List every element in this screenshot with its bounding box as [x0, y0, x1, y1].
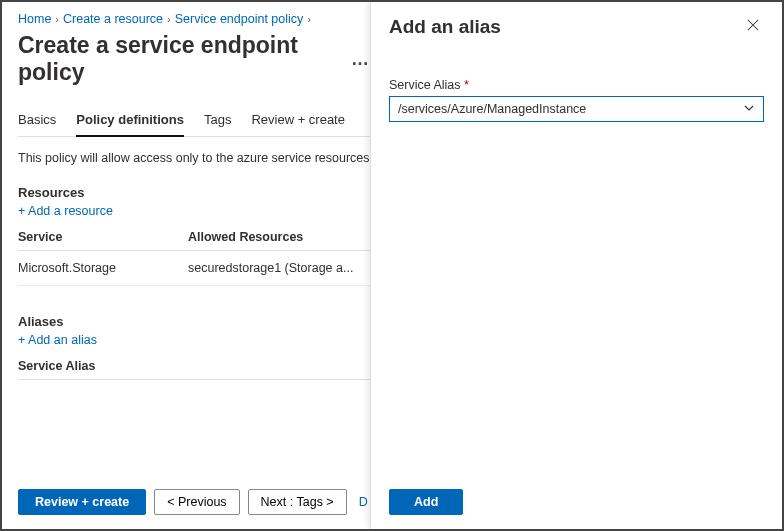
- resources-heading: Resources: [18, 185, 370, 200]
- next-button[interactable]: Next : Tags >: [248, 489, 347, 515]
- tabs: Basics Policy definitions Tags Review + …: [18, 112, 370, 137]
- resources-table: Service Allowed Resources Microsoft.Stor…: [18, 224, 370, 286]
- aliases-col-service-alias: Service Alias: [18, 353, 370, 380]
- breadcrumb-home[interactable]: Home: [18, 12, 51, 26]
- breadcrumb-service-endpoint-policy[interactable]: Service endpoint policy: [175, 12, 304, 26]
- close-icon[interactable]: [742, 16, 764, 38]
- panel-title: Add an alias: [389, 16, 501, 38]
- service-alias-label: Service Alias *: [389, 78, 764, 92]
- chevron-right-icon: ›: [167, 13, 171, 25]
- panel-footer: Add: [389, 477, 764, 529]
- tab-review-create[interactable]: Review + create: [251, 112, 345, 136]
- chevron-right-icon: ›: [307, 13, 311, 25]
- add-alias-panel: Add an alias Service Alias * /services/A…: [370, 2, 782, 529]
- add-alias-link[interactable]: + Add an alias: [18, 333, 370, 347]
- tab-basics[interactable]: Basics: [18, 112, 56, 136]
- review-create-button[interactable]: Review + create: [18, 489, 146, 515]
- more-icon[interactable]: …: [351, 49, 370, 70]
- resources-col-allowed: Allowed Resources: [188, 224, 370, 251]
- aliases-heading: Aliases: [18, 314, 370, 329]
- resource-allowed: securedstorage1 (Storage a...: [188, 251, 370, 286]
- chevron-right-icon: ›: [55, 13, 59, 25]
- page-title: Create a service endpoint policy …: [18, 32, 370, 86]
- breadcrumb-create-resource[interactable]: Create a resource: [63, 12, 163, 26]
- aliases-table: Service Alias: [18, 353, 370, 380]
- tab-policy-definitions[interactable]: Policy definitions: [76, 112, 184, 137]
- table-row[interactable]: Microsoft.Storage securedstorage1 (Stora…: [18, 251, 370, 286]
- breadcrumb: Home › Create a resource › Service endpo…: [18, 12, 370, 26]
- previous-button[interactable]: < Previous: [154, 489, 239, 515]
- resources-col-service: Service: [18, 224, 188, 251]
- policy-description: This policy will allow access only to th…: [18, 151, 370, 165]
- service-alias-value: /services/Azure/ManagedInstance: [398, 102, 586, 116]
- add-button[interactable]: Add: [389, 489, 463, 515]
- required-indicator: *: [464, 78, 469, 92]
- add-resource-link[interactable]: + Add a resource: [18, 204, 370, 218]
- main-content: Home › Create a resource › Service endpo…: [2, 2, 370, 529]
- tab-tags[interactable]: Tags: [204, 112, 231, 136]
- service-alias-select[interactable]: /services/Azure/ManagedInstance: [389, 96, 764, 122]
- chevron-down-icon: [743, 102, 755, 117]
- cutoff-text: D: [359, 495, 368, 509]
- wizard-footer: Review + create < Previous Next : Tags >…: [18, 477, 370, 529]
- resource-service: Microsoft.Storage: [18, 251, 188, 286]
